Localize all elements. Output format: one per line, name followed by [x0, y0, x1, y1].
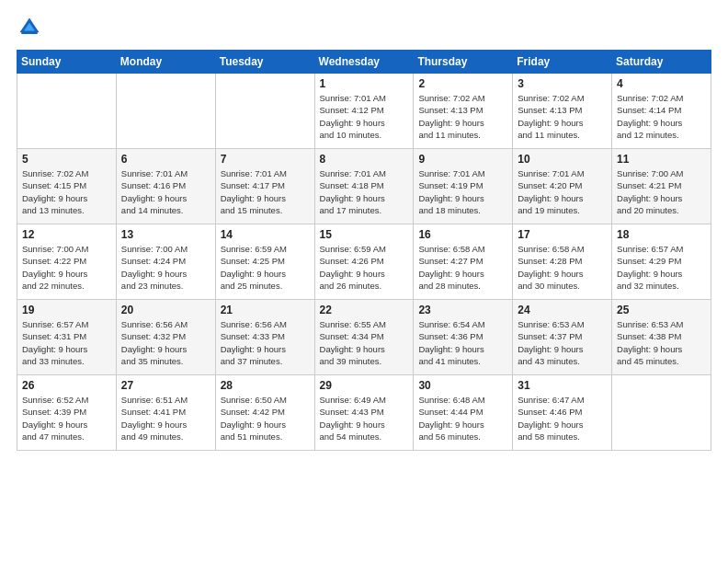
- day-number: 5: [22, 153, 111, 166]
- day-info: Sunrise: 7:02 AMSunset: 4:13 PMDaylight:…: [418, 92, 507, 141]
- day-info: Sunrise: 6:59 AMSunset: 4:26 PMDaylight:…: [320, 243, 409, 292]
- day-info: Sunrise: 7:01 AMSunset: 4:19 PMDaylight:…: [418, 167, 507, 216]
- day-info: Sunrise: 6:51 AMSunset: 4:41 PMDaylight:…: [121, 394, 210, 442]
- calendar-row-1: 5Sunrise: 7:02 AMSunset: 4:15 PMDaylight…: [17, 149, 711, 224]
- day-number: 31: [518, 379, 607, 392]
- header: [17, 15, 711, 40]
- calendar-cell: 12Sunrise: 7:00 AMSunset: 4:22 PMDayligh…: [17, 224, 117, 300]
- calendar-cell: 27Sunrise: 6:51 AMSunset: 4:41 PMDayligh…: [116, 375, 215, 451]
- calendar-table: SundayMondayTuesdayWednesdayThursdayFrid…: [17, 50, 711, 451]
- calendar-cell: 23Sunrise: 6:54 AMSunset: 4:36 PMDayligh…: [414, 300, 513, 375]
- calendar-cell: 19Sunrise: 6:57 AMSunset: 4:31 PMDayligh…: [17, 300, 117, 375]
- day-info: Sunrise: 6:47 AMSunset: 4:46 PMDaylight:…: [518, 394, 607, 442]
- day-number: 9: [418, 153, 507, 166]
- day-number: 7: [221, 153, 310, 166]
- day-number: 18: [617, 228, 706, 241]
- day-info: Sunrise: 6:53 AMSunset: 4:38 PMDaylight:…: [617, 318, 706, 367]
- calendar-cell: 26Sunrise: 6:52 AMSunset: 4:39 PMDayligh…: [17, 375, 117, 451]
- day-info: Sunrise: 6:55 AMSunset: 4:34 PMDaylight:…: [320, 318, 409, 367]
- weekday-header-sunday: Sunday: [17, 51, 117, 74]
- calendar-cell: [612, 375, 711, 451]
- calendar-cell: 2Sunrise: 7:02 AMSunset: 4:13 PMDaylight…: [414, 74, 513, 149]
- day-number: 13: [121, 228, 210, 241]
- calendar-cell: 15Sunrise: 6:59 AMSunset: 4:26 PMDayligh…: [314, 224, 414, 300]
- day-number: 14: [221, 228, 310, 241]
- calendar-cell: 9Sunrise: 7:01 AMSunset: 4:19 PMDaylight…: [414, 149, 513, 224]
- calendar-cell: 14Sunrise: 6:59 AMSunset: 4:25 PMDayligh…: [215, 224, 314, 300]
- day-info: Sunrise: 6:56 AMSunset: 4:32 PMDaylight:…: [121, 318, 210, 367]
- calendar-cell: [116, 74, 215, 149]
- calendar-cell: 24Sunrise: 6:53 AMSunset: 4:37 PMDayligh…: [513, 300, 612, 375]
- weekday-header-saturday: Saturday: [612, 51, 711, 74]
- calendar-cell: 30Sunrise: 6:48 AMSunset: 4:44 PMDayligh…: [414, 375, 513, 451]
- day-number: 23: [418, 304, 507, 316]
- day-number: 27: [121, 379, 210, 392]
- day-number: 12: [22, 228, 111, 241]
- calendar-cell: 8Sunrise: 7:01 AMSunset: 4:18 PMDaylight…: [314, 149, 414, 224]
- day-number: 10: [518, 153, 607, 166]
- calendar-cell: 22Sunrise: 6:55 AMSunset: 4:34 PMDayligh…: [314, 300, 414, 375]
- day-number: 8: [320, 153, 409, 166]
- day-number: 11: [617, 153, 706, 166]
- calendar-cell: 6Sunrise: 7:01 AMSunset: 4:16 PMDaylight…: [116, 149, 215, 224]
- day-number: 26: [22, 379, 111, 392]
- day-info: Sunrise: 7:00 AMSunset: 4:22 PMDaylight:…: [22, 243, 111, 292]
- calendar-cell: 7Sunrise: 7:01 AMSunset: 4:17 PMDaylight…: [215, 149, 314, 224]
- day-info: Sunrise: 6:58 AMSunset: 4:27 PMDaylight:…: [418, 243, 507, 292]
- day-info: Sunrise: 6:54 AMSunset: 4:36 PMDaylight:…: [418, 318, 507, 367]
- day-number: 4: [617, 77, 706, 90]
- day-number: 21: [221, 304, 310, 316]
- day-info: Sunrise: 6:58 AMSunset: 4:28 PMDaylight:…: [518, 243, 607, 292]
- calendar-cell: 18Sunrise: 6:57 AMSunset: 4:29 PMDayligh…: [612, 224, 711, 300]
- day-info: Sunrise: 7:01 AMSunset: 4:17 PMDaylight:…: [221, 167, 310, 216]
- day-number: 20: [121, 304, 210, 316]
- day-info: Sunrise: 7:01 AMSunset: 4:20 PMDaylight:…: [518, 167, 607, 216]
- day-number: 24: [518, 304, 607, 316]
- calendar-cell: 10Sunrise: 7:01 AMSunset: 4:20 PMDayligh…: [513, 149, 612, 224]
- day-info: Sunrise: 7:01 AMSunset: 4:16 PMDaylight:…: [121, 167, 210, 216]
- day-info: Sunrise: 7:01 AMSunset: 4:12 PMDaylight:…: [320, 92, 409, 141]
- page: SundayMondayTuesdayWednesdayThursdayFrid…: [0, 0, 728, 563]
- calendar-cell: 16Sunrise: 6:58 AMSunset: 4:27 PMDayligh…: [414, 224, 513, 300]
- weekday-header-wednesday: Wednesday: [314, 51, 414, 74]
- weekday-header-thursday: Thursday: [414, 51, 513, 74]
- calendar-row-3: 19Sunrise: 6:57 AMSunset: 4:31 PMDayligh…: [17, 300, 711, 375]
- weekday-header-tuesday: Tuesday: [215, 51, 314, 74]
- day-number: 17: [518, 228, 607, 241]
- day-info: Sunrise: 6:59 AMSunset: 4:25 PMDaylight:…: [221, 243, 310, 292]
- calendar-cell: [215, 74, 314, 149]
- day-number: 2: [418, 77, 507, 90]
- calendar-row-4: 26Sunrise: 6:52 AMSunset: 4:39 PMDayligh…: [17, 375, 711, 451]
- day-number: 28: [221, 379, 310, 392]
- day-number: 6: [121, 153, 210, 166]
- calendar-cell: 31Sunrise: 6:47 AMSunset: 4:46 PMDayligh…: [513, 375, 612, 451]
- day-info: Sunrise: 6:50 AMSunset: 4:42 PMDaylight:…: [221, 394, 310, 442]
- calendar-cell: 11Sunrise: 7:00 AMSunset: 4:21 PMDayligh…: [612, 149, 711, 224]
- day-info: Sunrise: 7:00 AMSunset: 4:21 PMDaylight:…: [617, 167, 706, 216]
- day-info: Sunrise: 6:57 AMSunset: 4:31 PMDaylight:…: [22, 318, 111, 367]
- day-info: Sunrise: 7:00 AMSunset: 4:24 PMDaylight:…: [121, 243, 210, 292]
- day-info: Sunrise: 7:02 AMSunset: 4:13 PMDaylight:…: [518, 92, 607, 141]
- day-number: 15: [320, 228, 409, 241]
- calendar-row-2: 12Sunrise: 7:00 AMSunset: 4:22 PMDayligh…: [17, 224, 711, 300]
- calendar-cell: 28Sunrise: 6:50 AMSunset: 4:42 PMDayligh…: [215, 375, 314, 451]
- weekday-header-monday: Monday: [116, 51, 215, 74]
- day-info: Sunrise: 7:01 AMSunset: 4:18 PMDaylight:…: [320, 167, 409, 216]
- calendar-cell: 20Sunrise: 6:56 AMSunset: 4:32 PMDayligh…: [116, 300, 215, 375]
- day-number: 22: [320, 304, 409, 316]
- logo: [17, 15, 46, 40]
- calendar-row-0: 1Sunrise: 7:01 AMSunset: 4:12 PMDaylight…: [17, 74, 711, 149]
- calendar-cell: 4Sunrise: 7:02 AMSunset: 4:14 PMDaylight…: [612, 74, 711, 149]
- weekday-header-friday: Friday: [513, 51, 612, 74]
- day-number: 19: [22, 304, 111, 316]
- calendar-cell: 29Sunrise: 6:49 AMSunset: 4:43 PMDayligh…: [314, 375, 414, 451]
- day-info: Sunrise: 7:02 AMSunset: 4:15 PMDaylight:…: [22, 167, 111, 216]
- day-number: 3: [518, 77, 607, 90]
- calendar-cell: 1Sunrise: 7:01 AMSunset: 4:12 PMDaylight…: [314, 74, 414, 149]
- calendar-cell: 25Sunrise: 6:53 AMSunset: 4:38 PMDayligh…: [612, 300, 711, 375]
- day-number: 1: [320, 77, 409, 90]
- day-info: Sunrise: 6:52 AMSunset: 4:39 PMDaylight:…: [22, 394, 111, 442]
- day-number: 29: [320, 379, 409, 392]
- day-info: Sunrise: 7:02 AMSunset: 4:14 PMDaylight:…: [617, 92, 706, 141]
- day-info: Sunrise: 6:53 AMSunset: 4:37 PMDaylight:…: [518, 318, 607, 367]
